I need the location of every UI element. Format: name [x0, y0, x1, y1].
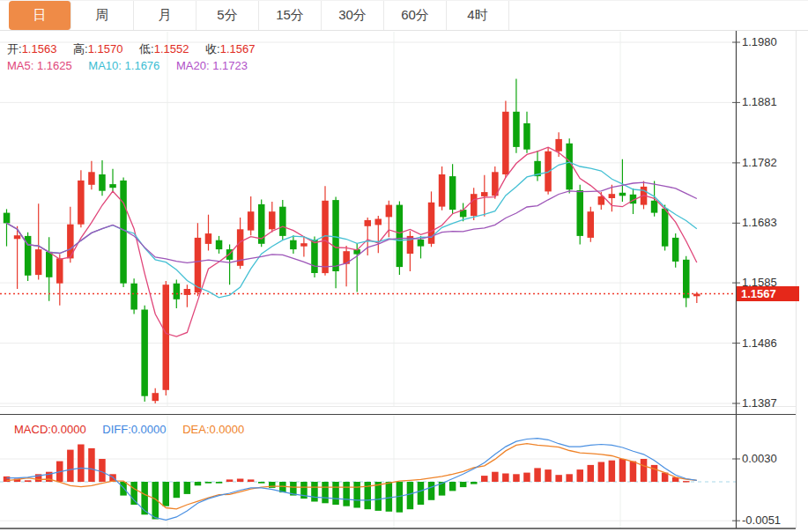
dea-value: 0.0000 — [210, 423, 245, 436]
price-axis-label: 1.1782 — [742, 156, 777, 170]
tab-week[interactable]: 周 — [71, 1, 134, 30]
diff-value: 0.0000 — [131, 423, 167, 436]
dea-label: DEA: — [182, 423, 209, 436]
macd-axis-label: 0.0030 — [742, 452, 777, 466]
diff-label: DIFF: — [102, 423, 131, 436]
tab-day[interactable]: 日 — [9, 1, 71, 30]
ma-legend: MA5: 1.1625 MA10: 1.1676 MA20: 1.1723 — [7, 59, 261, 72]
macd-axis-label: -0.0051 — [742, 514, 781, 528]
trading-chart-app: 日周月5分15分30分60分4时 开:1.1563 高:1.1570 低:1.1… — [0, 0, 808, 532]
open-value: 1.1563 — [22, 42, 57, 55]
price-axis-label: 1.1881 — [742, 95, 777, 109]
macd-label: MACD: — [14, 423, 51, 436]
high-value: 1.1570 — [88, 42, 123, 55]
high-label: 高: — [73, 42, 88, 55]
timeframe-tabbar: 日周月5分15分30分60分4时 — [0, 0, 808, 31]
price-axis-label: 1.1387 — [742, 396, 777, 410]
tab-4hour[interactable]: 4时 — [447, 1, 509, 30]
ma5-label: MA5: — [7, 59, 33, 72]
ma10-value: 1.1676 — [125, 59, 160, 72]
tab-30min[interactable]: 30分 — [322, 1, 384, 30]
price-axis-label: 1.1980 — [742, 35, 777, 49]
low-label: 低: — [139, 42, 154, 55]
macd-legend: MACD:0.0000 DIFF:0.0000 DEA:0.0000 — [14, 423, 257, 436]
tab-15min[interactable]: 15分 — [259, 1, 322, 30]
close-label: 收: — [205, 42, 220, 55]
open-label: 开: — [7, 42, 22, 55]
macd-value: 0.0000 — [51, 423, 86, 436]
price-axis-label: 1.1683 — [742, 216, 777, 230]
close-value: 1.1567 — [220, 42, 256, 55]
tab-5min[interactable]: 5分 — [196, 1, 259, 30]
low-value: 1.1552 — [154, 42, 189, 55]
ohlc-legend: 开:1.1563 高:1.1570 低:1.1552 收:1.1567 — [7, 41, 268, 57]
ma5-value: 1.1625 — [37, 59, 72, 72]
ma20-value: 1.1723 — [212, 59, 248, 72]
price-axis-label: 1.1486 — [742, 336, 777, 351]
tab-month[interactable]: 月 — [134, 1, 196, 30]
current-price-badge: 1.1567 — [737, 286, 799, 301]
ma10-label: MA10: — [88, 59, 122, 72]
ma20-label: MA20: — [176, 59, 210, 72]
tab-60min[interactable]: 60分 — [384, 1, 447, 30]
